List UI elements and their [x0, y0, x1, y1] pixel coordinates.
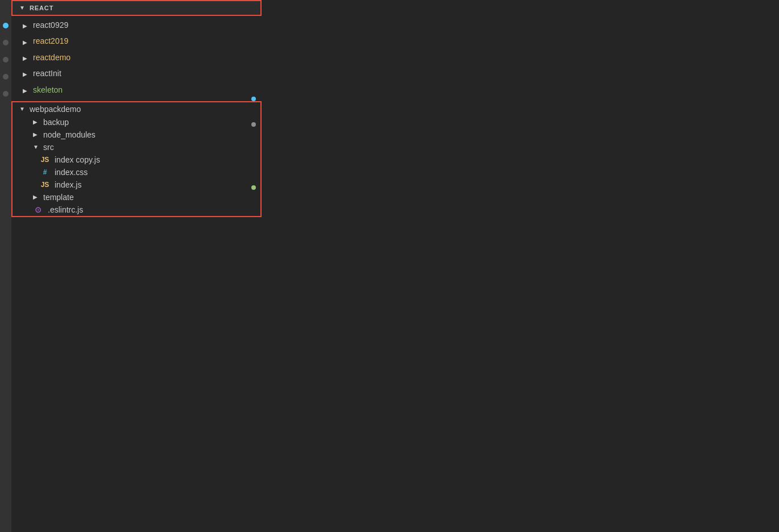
folder-item-backup[interactable]: ▶ backup — [13, 116, 260, 128]
chevron-reactdemo: ▶ — [23, 54, 30, 61]
folder-item-template[interactable]: ▶ template — [13, 191, 260, 203]
label-reactdemo: reactdemo — [33, 51, 71, 64]
folder-item-reactdemo[interactable]: ▶ reactdemo — [11, 49, 262, 65]
js-icon-index: JS — [40, 181, 50, 189]
label-react2019: react2019 — [33, 35, 68, 47]
label-backup: backup — [43, 118, 69, 127]
activity-dot-files — [3, 23, 9, 28]
label-template: template — [43, 193, 74, 202]
folder-item-react0929[interactable]: ▶ react0929 — [11, 17, 262, 33]
file-item-eslintrc[interactable]: ⊙ .eslintrc.js — [13, 203, 260, 216]
main-content: ▼ REACT ▶ react0929 ▶ react2019 ▶ reactd… — [11, 0, 779, 532]
label-index-css: index.css — [55, 168, 88, 177]
file-item-index-css[interactable]: # index.css — [13, 166, 260, 178]
activity-dot-extensions — [3, 91, 9, 97]
css-icon-index: # — [40, 168, 50, 176]
chevron-react0929: ▶ — [23, 22, 30, 28]
react-chevron-icon: ▼ — [19, 5, 26, 11]
label-index-copy-js: index copy.js — [55, 155, 100, 164]
scroll-marker-green — [251, 185, 256, 190]
chevron-skeleton: ▶ — [23, 86, 30, 93]
chevron-node-modules: ▶ — [33, 131, 40, 138]
folder-item-skeleton[interactable]: ▶ skeleton — [11, 82, 262, 98]
label-src: src — [43, 143, 54, 152]
scroll-marker-blue — [251, 97, 256, 101]
label-reactinit: reactInit — [33, 67, 61, 80]
sidebar-panel: ▼ REACT ▶ react0929 ▶ react2019 ▶ reactd… — [11, 0, 262, 532]
file-item-index-copy-js[interactable]: JS index copy.js — [13, 153, 260, 166]
activity-dot-search — [3, 40, 9, 45]
chevron-reactinit: ▶ — [23, 70, 30, 77]
chevron-src: ▼ — [33, 144, 40, 151]
folder-item-node-modules[interactable]: ▶ node_modules — [13, 128, 260, 141]
folder-item-webpackdemo[interactable]: ▼ webpackdemo — [13, 102, 260, 116]
chevron-webpackdemo: ▼ — [19, 106, 26, 113]
label-eslintrc: .eslintrc.js — [48, 205, 83, 214]
chevron-react2019: ▶ — [23, 38, 30, 45]
scroll-marker-gray — [251, 122, 256, 127]
activity-dot-git — [3, 57, 9, 63]
js-icon-index-copy: JS — [40, 156, 50, 164]
chevron-backup: ▶ — [33, 119, 40, 126]
chevron-template: ▶ — [33, 194, 40, 201]
file-item-index-js[interactable]: JS index.js — [13, 178, 260, 191]
folder-item-react2019[interactable]: ▶ react2019 — [11, 33, 262, 49]
webpackdemo-section: ▼ webpackdemo ▶ backup ▶ node_modules ▼ … — [11, 101, 262, 217]
folder-item-reactinit[interactable]: ▶ reactInit — [11, 65, 262, 81]
label-webpackdemo: webpackdemo — [30, 105, 81, 114]
activity-dot-debug — [3, 74, 9, 80]
label-node-modules: node_modules — [43, 130, 96, 139]
eslint-icon: ⊙ — [33, 205, 43, 214]
activity-bar — [0, 0, 11, 532]
label-react0929: react0929 — [33, 19, 68, 31]
label-skeleton: skeleton — [33, 84, 63, 96]
react-section-header[interactable]: ▼ REACT — [11, 0, 262, 16]
label-index-js: index.js — [55, 180, 81, 189]
folder-item-src[interactable]: ▼ src — [13, 141, 260, 153]
react-section-title: REACT — [30, 5, 53, 11]
